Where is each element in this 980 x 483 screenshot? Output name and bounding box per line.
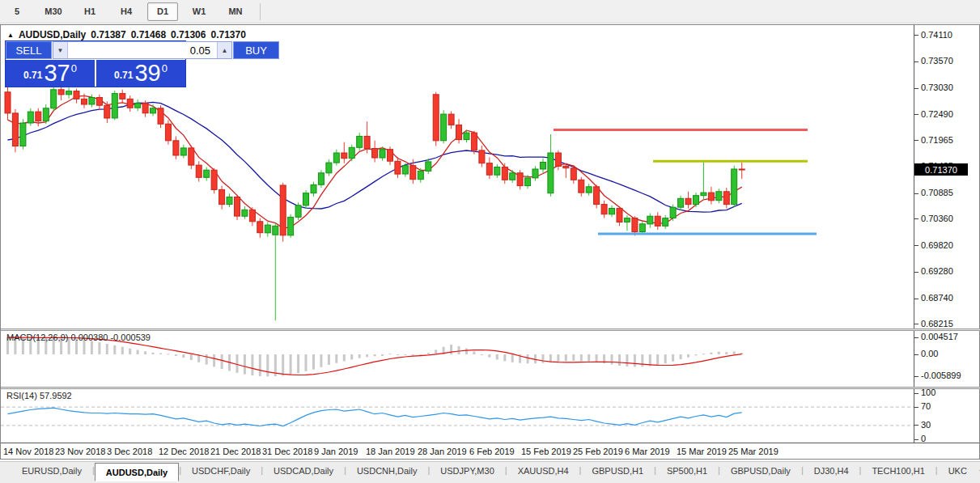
chart-tabs-bar: EURUSD,Daily|AUDUSD,Daily|USDCHF,Daily|U… xyxy=(0,461,980,483)
price-tick-label: 0.69820 xyxy=(921,240,953,250)
price-tick-label-tick xyxy=(914,61,918,62)
candle-bull xyxy=(647,216,653,224)
time-axis-label: 28 Jan 2019 xyxy=(418,447,467,456)
candle-bear xyxy=(82,99,87,104)
rsi-tick-label-tick xyxy=(914,439,918,440)
candle-bull xyxy=(624,218,630,222)
price-tick-label-tick xyxy=(914,245,918,246)
candle-bear xyxy=(723,192,729,205)
candle-bear xyxy=(104,105,110,118)
candle-bear xyxy=(235,197,240,217)
macd-tick-label: 0.004517 xyxy=(921,332,958,341)
candle-bear xyxy=(257,222,263,233)
candle-bull xyxy=(326,163,332,173)
rsi-tick-label-tick xyxy=(914,407,918,408)
chart-tab-sp500-h1[interactable]: SP500,H1 xyxy=(656,463,718,479)
timeframe-button-mn[interactable]: MN xyxy=(220,2,251,21)
volume-decrease-icon[interactable]: ▼ xyxy=(53,42,68,58)
price-tick-label: 0.68740 xyxy=(921,293,953,303)
candle-bear xyxy=(594,187,600,205)
rsi-label: RSI(14) 57.9592 xyxy=(6,391,72,400)
chart-tab-eurusd-daily[interactable]: EURUSD,Daily xyxy=(11,463,92,479)
volume-increase-icon[interactable]: ▲ xyxy=(217,42,231,58)
chart-tab-xauusd-h4[interactable]: XAUUSD,H4 xyxy=(507,463,579,479)
time-axis-label: 25 Feb 2019 xyxy=(573,447,623,456)
candle-bull xyxy=(639,224,645,232)
rsi-canvas[interactable] xyxy=(1,389,914,443)
macd-name: MACD(12,26,9) xyxy=(6,333,68,342)
candle-bull xyxy=(426,162,431,172)
volume-input[interactable] xyxy=(68,42,217,58)
candle-bear xyxy=(96,98,102,106)
collapse-triangle-icon[interactable]: ▲ xyxy=(7,32,14,39)
candle-bull xyxy=(273,226,278,235)
chart-tab-gbpusd-h1[interactable]: GBPUSD,H1 xyxy=(581,463,654,479)
candle-bear xyxy=(448,114,454,125)
candle-bull xyxy=(441,114,447,141)
timeframe-button-5[interactable]: 5 xyxy=(2,2,32,21)
macd-signal-value: -0.000539 xyxy=(110,333,151,342)
candle-bull xyxy=(43,108,49,121)
candle-bear xyxy=(219,189,225,204)
candle-bull xyxy=(548,153,554,193)
chart-tab-usdjpy-m30[interactable]: USDJPY,M30 xyxy=(430,463,504,479)
candle-bull xyxy=(180,148,186,155)
chart-tab-gbpusd-daily[interactable]: GBPUSD,Daily xyxy=(720,463,801,479)
candle-bear xyxy=(555,153,561,166)
chart-tab-usdcad-daily[interactable]: USDCAD,Daily xyxy=(263,463,344,479)
rsi-tick-label: 30 xyxy=(921,420,931,430)
candle-bull xyxy=(678,198,684,207)
candle-bear xyxy=(388,150,393,162)
candle-bear xyxy=(739,169,745,170)
candle-bull xyxy=(20,123,26,146)
candle-bull xyxy=(541,163,546,170)
candle-bear xyxy=(471,133,477,150)
candle-bear xyxy=(601,205,607,214)
timeframe-button-d1[interactable]: D1 xyxy=(147,2,178,21)
chart-tab-audusd-daily[interactable]: AUDUSD,Daily xyxy=(95,463,179,481)
candle-bear xyxy=(196,165,202,177)
trade-prices-row: 0.71 37 0 0.71 39 0 xyxy=(6,60,185,87)
candle-bull xyxy=(318,173,324,185)
candle-bear xyxy=(632,218,638,232)
price-tick-label: 0.73570 xyxy=(921,56,953,66)
chart-tab-ukc[interactable]: UKC xyxy=(938,463,978,479)
candle-bear xyxy=(120,94,125,100)
timeframe-button-h4[interactable]: H4 xyxy=(111,2,142,21)
candle-bull xyxy=(357,136,363,147)
candle-bull xyxy=(510,173,515,180)
rsi-tick-label-tick xyxy=(914,393,918,394)
price-tick-label-tick xyxy=(914,324,918,324)
chart-tab-dj30-h4[interactable]: DJ30,H4 xyxy=(804,463,859,479)
price-tick-label-tick xyxy=(914,114,918,115)
candle-bear xyxy=(127,99,133,108)
candle-bull xyxy=(464,133,469,140)
timeframe-button-w1[interactable]: W1 xyxy=(184,2,214,21)
quote-low: 0.71306 xyxy=(171,29,206,40)
buy-button[interactable]: BUY xyxy=(233,41,279,59)
rsi-line xyxy=(8,408,742,426)
candle-bear xyxy=(58,90,64,95)
candle-bear xyxy=(410,166,416,180)
sell-button[interactable]: SELL xyxy=(6,41,52,59)
timeframe-button-m30[interactable]: M30 xyxy=(38,2,69,21)
time-axis-label: 14 Nov 2018 xyxy=(3,447,53,456)
chart-tab-usdcnh-daily[interactable]: USDCNH,Daily xyxy=(346,463,428,479)
candle-bull xyxy=(265,225,270,233)
chart-tab-tech100-h1[interactable]: TECH100,H1 xyxy=(861,463,935,479)
candle-bear xyxy=(372,149,378,159)
candle-bull xyxy=(295,205,301,217)
candle-bear xyxy=(517,173,523,186)
pane-splitter-rsi[interactable] xyxy=(1,387,980,389)
chart-tab-usdchf-daily[interactable]: USDCHF,Daily xyxy=(181,463,261,479)
time-axis-label: 6 Mar 2019 xyxy=(625,447,670,456)
candle-bull xyxy=(732,169,737,205)
price-tick-label: 0.73030 xyxy=(921,83,953,92)
macd-tick-label-tick xyxy=(914,376,918,377)
pane-splitter-macd[interactable] xyxy=(1,328,980,331)
sell-price-base: 0.71 xyxy=(23,70,42,81)
buy-price-display[interactable]: 0.71 39 0 xyxy=(96,60,185,87)
sell-price-display[interactable]: 0.71 37 0 xyxy=(6,60,95,87)
quote-high: 0.71468 xyxy=(131,29,166,40)
timeframe-button-h1[interactable]: H1 xyxy=(74,2,105,21)
